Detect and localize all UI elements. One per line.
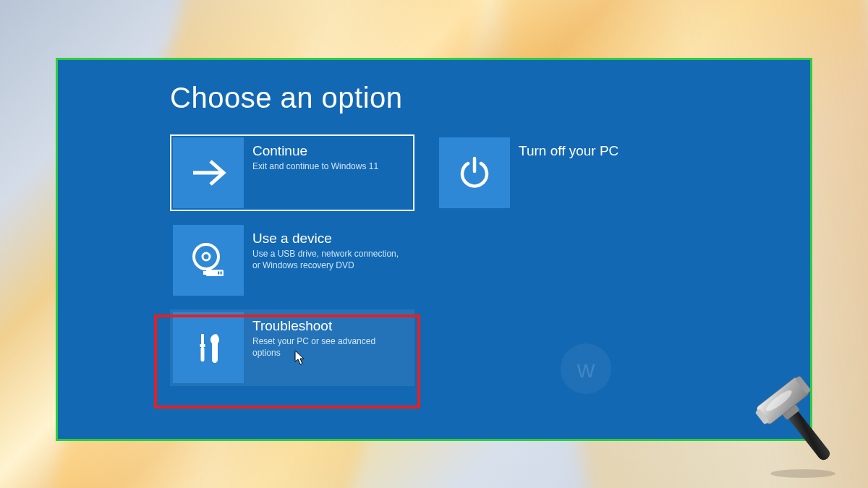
mouse-cursor-icon	[294, 350, 306, 366]
svg-rect-5	[203, 271, 207, 275]
turnoff-option[interactable]: Turn off your PC	[436, 134, 681, 211]
hammer-icon	[746, 371, 855, 479]
svg-point-2	[194, 244, 218, 269]
tools-icon	[173, 312, 244, 383]
svg-rect-7	[221, 272, 222, 275]
use-device-title: Use a device	[252, 231, 403, 247]
svg-point-17	[770, 469, 835, 478]
options-grid: Continue Exit and continue to Windows 11…	[170, 134, 698, 386]
svg-rect-9	[200, 344, 205, 347]
svg-point-3	[203, 253, 210, 260]
page-title: Choose an option	[170, 82, 698, 114]
troubleshoot-desc: Reset your PC or see advanced options	[252, 335, 403, 359]
turnoff-title: Turn off your PC	[519, 143, 618, 159]
continue-desc: Exit and continue to Windows 11	[252, 160, 378, 172]
disc-usb-icon	[173, 225, 244, 296]
svg-rect-6	[218, 272, 219, 275]
svg-rect-8	[201, 334, 204, 344]
watermark-icon: w	[561, 343, 611, 394]
continue-title: Continue	[252, 143, 378, 159]
svg-rect-11	[786, 408, 833, 462]
power-icon	[439, 137, 510, 208]
troubleshoot-option[interactable]: Troubleshoot Reset your PC or see advanc…	[170, 309, 414, 386]
svg-rect-10	[201, 347, 205, 361]
troubleshoot-title: Troubleshoot	[252, 318, 403, 334]
arrow-right-icon	[173, 137, 244, 208]
use-device-desc: Use a USB drive, network connection, or …	[252, 248, 403, 271]
continue-option[interactable]: Continue Exit and continue to Windows 11	[170, 134, 414, 211]
recovery-environment-panel: Choose an option Continue Exit and conti…	[56, 58, 812, 441]
use-device-option[interactable]: Use a device Use a USB drive, network co…	[170, 222, 414, 299]
